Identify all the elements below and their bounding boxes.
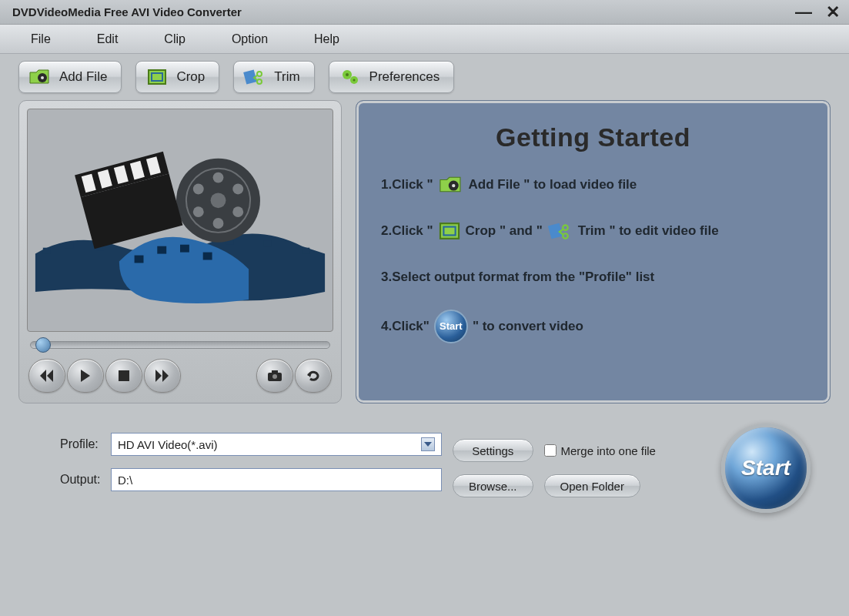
trim-button[interactable]: Trim (233, 61, 314, 93)
getting-started-panel: Getting Started 1.Click " Add File " to … (356, 100, 831, 403)
crop-icon (145, 67, 169, 87)
crop-button[interactable]: Crop (135, 61, 219, 93)
menu-clip[interactable]: Clip (164, 32, 186, 46)
svg-rect-16 (302, 248, 309, 254)
svg-point-40 (272, 374, 277, 379)
merge-checkbox-wrap[interactable]: Merge into one file (544, 439, 656, 462)
profile-select[interactable]: HD AVI Video(*.avi) (111, 433, 442, 456)
start-button[interactable]: Start (721, 424, 811, 513)
open-folder-button[interactable]: Open Folder (544, 474, 640, 497)
menu-help[interactable]: Help (314, 32, 339, 46)
svg-rect-17 (135, 256, 144, 263)
svg-point-25 (232, 184, 243, 195)
folder-reel-icon (28, 67, 52, 87)
repeat-button[interactable] (295, 359, 332, 393)
svg-point-28 (193, 206, 204, 217)
guide-step-2: 2.Click " Crop " and " Trim " to edit vi… (381, 217, 805, 245)
seek-slider[interactable] (27, 332, 333, 355)
bottom-bar: Profile: HD AVI Video(*.avi) Output: Set… (0, 403, 849, 521)
svg-rect-12 (66, 243, 74, 249)
crop-icon (438, 222, 461, 240)
crop-label: Crop (176, 69, 205, 85)
menu-option[interactable]: Option (232, 32, 268, 46)
svg-point-5 (257, 72, 262, 76)
svg-point-47 (563, 233, 568, 239)
browse-button[interactable]: Browse... (453, 474, 533, 497)
profile-label: Profile: (60, 437, 111, 451)
output-input[interactable] (111, 468, 442, 491)
svg-point-23 (211, 192, 226, 208)
start-label: Start (741, 456, 791, 480)
start-mini-icon: Start (434, 310, 468, 343)
svg-rect-18 (157, 246, 166, 254)
snapshot-button[interactable] (256, 359, 293, 393)
preferences-label: Preferences (369, 69, 440, 85)
gear-icon (339, 67, 362, 87)
content-area: Getting Started 1.Click " Add File " to … (0, 100, 849, 403)
svg-point-6 (257, 79, 262, 84)
folder-reel-icon (438, 175, 464, 195)
settings-button[interactable]: Settings (453, 439, 533, 462)
close-button[interactable]: ✕ (826, 2, 840, 22)
svg-point-10 (353, 79, 355, 82)
svg-point-26 (232, 206, 243, 217)
slider-thumb[interactable] (35, 337, 51, 353)
add-file-button[interactable]: Add File (18, 61, 122, 93)
menu-edit[interactable]: Edit (97, 32, 119, 46)
svg-rect-39 (272, 370, 278, 373)
trim-icon (243, 67, 266, 87)
app-title: DVDVideoMedia Free AVI Video Converter (12, 5, 242, 18)
titlebar: DVDVideoMedia Free AVI Video Converter —… (0, 0, 849, 25)
trim-icon (547, 221, 573, 241)
preview-panel (18, 100, 342, 403)
playback-controls (27, 355, 333, 393)
window-controls: — ✕ (795, 2, 840, 22)
merge-checkbox[interactable] (544, 444, 557, 457)
svg-rect-19 (180, 245, 189, 253)
rewind-button[interactable] (28, 359, 65, 393)
chevron-down-icon (421, 437, 435, 451)
forward-button[interactable] (144, 359, 181, 393)
svg-point-8 (346, 73, 349, 76)
guide-step-3: 3.Select output format from the "Profile… (381, 263, 805, 291)
preview-placeholder-image (27, 109, 333, 332)
svg-rect-37 (119, 370, 129, 381)
svg-rect-11 (43, 248, 51, 254)
svg-rect-15 (264, 241, 272, 247)
output-label: Output: (60, 473, 111, 487)
svg-point-42 (452, 184, 455, 187)
menu-file[interactable]: File (31, 32, 51, 46)
guide-step-4: 4.Click" Start " to convert video (381, 310, 805, 343)
toolbar: Add File Crop Trim Preferences (0, 54, 849, 100)
preferences-button[interactable]: Preferences (329, 61, 455, 93)
svg-rect-20 (203, 253, 212, 260)
svg-point-46 (563, 225, 568, 230)
play-button[interactable] (67, 359, 104, 393)
minimize-button[interactable]: — (795, 2, 812, 22)
guide-step-1: 1.Click " Add File " to load video file (381, 171, 805, 199)
svg-point-24 (213, 172, 224, 183)
guide-title: Getting Started (381, 122, 805, 152)
svg-point-1 (41, 76, 44, 79)
merge-label: Merge into one file (561, 444, 656, 457)
stop-button[interactable] (105, 359, 142, 393)
svg-point-29 (193, 184, 204, 195)
trim-label: Trim (274, 69, 299, 85)
menubar: File Edit Clip Option Help (0, 25, 849, 54)
add-file-label: Add File (59, 69, 107, 85)
profile-value: HD AVI Video(*.avi) (118, 438, 218, 451)
svg-point-27 (213, 218, 224, 229)
